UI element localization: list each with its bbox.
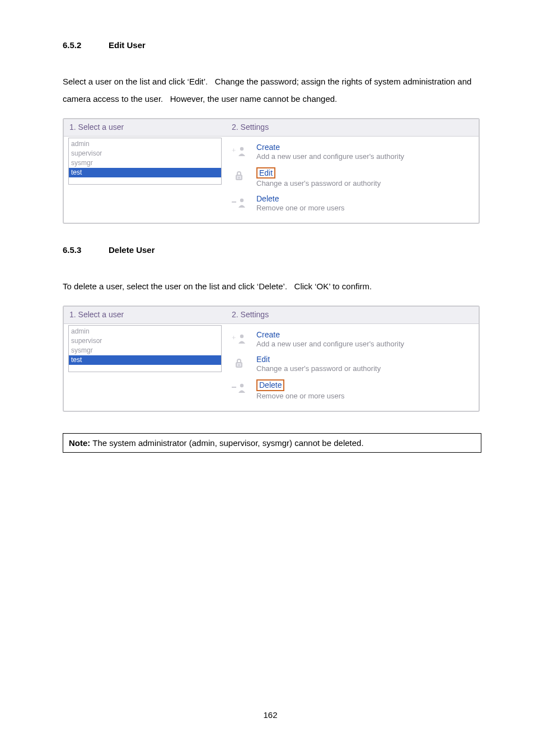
action-delete-row: Delete Remove one or more users [229,378,474,405]
heading-number: 6.5.2 [63,40,109,50]
create-desc: Add a new user and configure user's auth… [256,152,404,161]
panel-step2-label: 2. Settings [226,119,479,136]
lock-icon [229,355,249,369]
heading-title: Delete User [109,245,155,255]
svg-point-5 [240,199,243,202]
user-list-item[interactable]: sysmgr [69,158,221,168]
create-desc: Add a new user and configure user's auth… [256,340,404,348]
create-link[interactable]: Create [256,330,280,339]
user-list-item[interactable]: sysmgr [69,346,221,355]
delete-desc: Remove one or more users [256,204,345,212]
lock-icon [229,167,249,182]
note-text: The system administrator (admin, supervi… [90,438,363,448]
edit-link[interactable]: Edit [256,355,270,364]
note-label: Note: [69,438,90,448]
paragraph-edit-user: Select a user on the list and click ‘Edi… [63,73,478,108]
svg-text:+: + [232,146,236,154]
remove-user-icon [229,194,249,209]
remove-user-icon [229,379,249,394]
user-listbox[interactable]: admin supervisor sysmgr test [68,325,222,372]
note-box: Note: The system administrator (admin, s… [63,433,481,453]
svg-point-7 [240,335,243,338]
paragraph-delete-user: To delete a user, select the user on the… [63,278,478,295]
edit-desc: Change a user's password or authority [256,364,381,373]
heading-delete-user: 6.5.3Delete User [63,245,478,255]
heading-edit-user: 6.5.2Edit User [63,40,478,50]
action-create-row: + Create Add a new user and configure us… [229,328,474,353]
svg-rect-4 [232,201,236,203]
svg-rect-9 [238,364,240,366]
svg-rect-10 [232,387,236,388]
action-create-row: + Create Add a new user and configure us… [229,141,474,166]
user-list-item[interactable]: admin [69,327,221,336]
user-list-item[interactable]: supervisor [69,149,221,158]
action-delete-row: Delete Remove one or more users [229,192,474,217]
panel-step1-label: 1. Select a user [64,119,226,136]
action-edit-row: Edit Change a user's password or authori… [229,166,474,193]
heading-number: 6.5.3 [63,245,109,255]
panel-step2-label: 2. Settings [226,307,479,323]
add-user-icon: + [229,330,249,345]
create-link[interactable]: Create [256,143,280,152]
edit-link-highlighted[interactable]: Edit [256,167,275,179]
user-list-item-selected[interactable]: test [69,168,221,177]
user-list-item-selected[interactable]: test [69,355,221,365]
user-list-item[interactable]: supervisor [69,336,221,346]
delete-desc: Remove one or more users [256,392,345,400]
panel-step1-label: 1. Select a user [64,307,226,323]
user-settings-panel-edit: 1. Select a user 2. Settings admin super… [63,118,480,224]
svg-point-11 [240,384,243,387]
action-edit-row: Edit Change a user's password or authori… [229,353,474,378]
svg-text:+: + [232,334,236,342]
edit-desc: Change a user's password or authority [256,179,381,187]
delete-link[interactable]: Delete [256,194,279,203]
svg-point-1 [240,147,243,150]
delete-link-highlighted[interactable]: Delete [256,379,284,391]
svg-rect-3 [238,177,240,179]
user-list-item[interactable]: admin [69,139,221,149]
page-number: 162 [63,710,478,720]
add-user-icon: + [229,143,249,157]
heading-title: Edit User [109,40,146,50]
user-listbox[interactable]: admin supervisor sysmgr test [68,138,222,185]
user-settings-panel-delete: 1. Select a user 2. Settings admin super… [63,306,480,412]
